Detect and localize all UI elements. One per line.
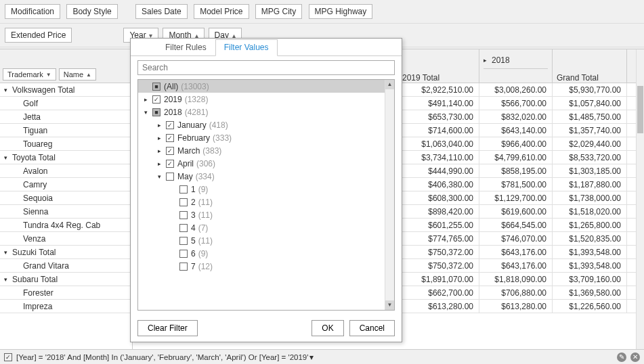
tree-node[interactable]: 4(7) bbox=[138, 221, 394, 234]
chip-mpg-highway[interactable]: MPG Highway bbox=[309, 4, 373, 19]
checkbox[interactable]: ✓ bbox=[166, 160, 174, 168]
col-grand-total: Grand Total bbox=[557, 69, 622, 86]
data-cell: $966,400.00 bbox=[479, 137, 553, 150]
collapse-icon[interactable]: ▾ bbox=[156, 173, 163, 180]
checkbox[interactable] bbox=[179, 198, 188, 206]
tree-count: (7) bbox=[198, 223, 209, 233]
data-cell: $3,734,110.00 bbox=[398, 151, 479, 164]
tree-node[interactable]: ▸✓January(418) bbox=[138, 118, 394, 131]
checkbox[interactable] bbox=[179, 237, 188, 245]
tree-label: 4 bbox=[191, 223, 196, 233]
col-2018[interactable]: ▸2018 bbox=[484, 52, 548, 69]
edit-filter-icon[interactable]: ✎ bbox=[617, 352, 626, 362]
chip-mpg-city[interactable]: MPG City bbox=[255, 4, 302, 19]
checkbox[interactable] bbox=[179, 263, 188, 271]
chip-name[interactable]: Name ▲ bbox=[59, 68, 96, 81]
data-cell: $664,545.00 bbox=[479, 219, 553, 231]
scrollbar-thumb[interactable] bbox=[637, 86, 643, 133]
tree-node[interactable]: ▾May(334) bbox=[138, 170, 394, 183]
sort-asc-icon: ▲ bbox=[86, 72, 91, 78]
row-group-header[interactable]: ▾Volkswagen Total bbox=[0, 83, 132, 97]
tree-count: (12) bbox=[198, 262, 213, 271]
scroll-up-icon[interactable]: ▲ bbox=[385, 80, 394, 89]
tree-label: May bbox=[177, 172, 193, 181]
clear-filter-icon[interactable]: ✕ bbox=[630, 352, 640, 362]
tree-count: (13003) bbox=[181, 82, 209, 91]
ok-button[interactable]: OK bbox=[312, 320, 343, 336]
chip-model-price[interactable]: Model Price bbox=[194, 4, 249, 19]
checkbox[interactable] bbox=[179, 250, 188, 258]
tree-node[interactable]: ▸✓April(306) bbox=[138, 157, 394, 170]
collapse-icon[interactable]: ▾ bbox=[4, 154, 9, 161]
expand-icon[interactable]: ▸ bbox=[156, 122, 163, 129]
data-cell: $1,520,835.00 bbox=[553, 232, 627, 245]
checkbox[interactable]: ✓ bbox=[152, 95, 160, 104]
tree-node[interactable]: 5(11) bbox=[138, 234, 394, 247]
data-cell: $406,380.00 bbox=[398, 178, 479, 191]
tab-filter-rules[interactable]: Filter Rules bbox=[156, 39, 215, 56]
tree-node[interactable]: ▸✓March(383) bbox=[138, 144, 394, 157]
expand-icon[interactable]: ▸ bbox=[484, 57, 489, 64]
sort-desc-icon: ▼ bbox=[46, 72, 51, 78]
dropdown-icon[interactable]: ▾ bbox=[309, 352, 314, 362]
checkbox[interactable]: ✓ bbox=[166, 134, 174, 142]
data-cell: $653,730.00 bbox=[398, 110, 479, 123]
tree-node[interactable]: 7(12) bbox=[138, 260, 394, 273]
data-cell: $714,600.00 bbox=[398, 124, 479, 137]
row-item: Tundra 4x4 Reg. Cab bbox=[0, 219, 132, 232]
scroll-down-icon[interactable]: ▼ bbox=[385, 300, 394, 310]
collapse-icon[interactable]: ▾ bbox=[4, 276, 9, 283]
popup-button-row: Clear Filter OK Cancel bbox=[131, 315, 402, 342]
data-cell: $601,255.00 bbox=[398, 219, 479, 231]
tree-node[interactable]: 2(11) bbox=[138, 196, 394, 208]
expand-icon[interactable]: ▸ bbox=[142, 96, 149, 103]
tree-node[interactable]: ▸✓February(333) bbox=[138, 131, 394, 144]
data-cell: $774,765.00 bbox=[398, 232, 479, 245]
data-cell: $1,357,740.00 bbox=[553, 124, 627, 137]
tree-node[interactable]: ▾■2018(4281) bbox=[138, 106, 394, 118]
row-group-header[interactable]: ▾Subaru Total bbox=[0, 273, 132, 286]
expand-icon[interactable]: ▸ bbox=[156, 135, 163, 141]
row-item: Grand Vitara bbox=[0, 259, 132, 273]
tree-node[interactable]: 1(9) bbox=[138, 183, 394, 196]
tree-node[interactable]: ■(All)(13003) bbox=[138, 80, 394, 93]
checkbox[interactable]: ✓ bbox=[166, 121, 174, 129]
checkbox[interactable] bbox=[179, 224, 188, 232]
cancel-button[interactable]: Cancel bbox=[349, 320, 395, 336]
chip-sales-date[interactable]: Sales Date bbox=[135, 4, 188, 19]
tree-scrollbar[interactable]: ▲ ▼ bbox=[385, 80, 394, 310]
row-group-header[interactable]: ▾Suzuki Total bbox=[0, 246, 132, 259]
data-cell: $1,369,580.00 bbox=[553, 286, 627, 299]
tree-label: January bbox=[177, 120, 207, 130]
tree-node[interactable]: ▸✓2019(1328) bbox=[138, 93, 394, 106]
tree-node[interactable]: 6(9) bbox=[138, 247, 394, 260]
row-item: Venza bbox=[0, 232, 132, 246]
collapse-icon[interactable]: ▾ bbox=[142, 109, 149, 116]
checkbox[interactable] bbox=[166, 173, 174, 181]
filter-enabled-checkbox[interactable]: ✓ bbox=[4, 353, 12, 361]
search-input[interactable] bbox=[137, 60, 395, 75]
checkbox[interactable]: ■ bbox=[152, 83, 160, 91]
tree-count: (4281) bbox=[185, 108, 209, 117]
data-cell: $1,738,000.00 bbox=[553, 191, 627, 204]
data-cell: $566,700.00 bbox=[479, 97, 553, 110]
expand-icon[interactable]: ▸ bbox=[156, 147, 163, 154]
checkbox[interactable]: ✓ bbox=[166, 147, 174, 155]
collapse-icon[interactable]: ▾ bbox=[4, 87, 9, 93]
chip-extended-price[interactable]: Extended Price bbox=[5, 28, 72, 43]
tree-node[interactable]: 3(11) bbox=[138, 208, 394, 221]
expand-icon[interactable]: ▸ bbox=[156, 160, 163, 167]
row-label: Volkswagen Total bbox=[12, 85, 75, 95]
chip-trademark[interactable]: Trademark ▼ bbox=[3, 68, 56, 81]
collapse-icon[interactable]: ▾ bbox=[4, 249, 9, 256]
checkbox[interactable] bbox=[179, 185, 188, 194]
data-cell: $643,176.00 bbox=[479, 259, 553, 272]
checkbox[interactable] bbox=[179, 211, 188, 219]
tab-filter-values[interactable]: Filter Values bbox=[215, 39, 278, 56]
clear-filter-button[interactable]: Clear Filter bbox=[137, 320, 198, 336]
checkbox[interactable]: ■ bbox=[152, 108, 160, 116]
row-group-header[interactable]: ▾Toyota Total bbox=[0, 151, 132, 164]
vertical-scrollbar[interactable] bbox=[636, 49, 644, 349]
chip-modification[interactable]: Modification bbox=[5, 4, 60, 19]
chip-body-style[interactable]: Body Style bbox=[66, 4, 117, 19]
